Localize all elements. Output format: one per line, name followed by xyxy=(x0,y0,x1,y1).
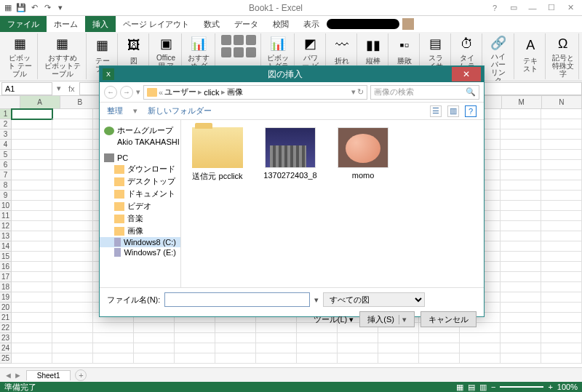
col-header[interactable]: A xyxy=(20,96,60,108)
side-pictures[interactable]: 画像 xyxy=(100,225,180,237)
cell[interactable] xyxy=(338,333,378,343)
cell[interactable] xyxy=(541,282,582,292)
cell[interactable] xyxy=(501,241,541,252)
organize-button[interactable]: 整理 xyxy=(107,105,123,116)
new-folder-button[interactable]: 新しいフォルダー xyxy=(148,105,212,116)
cell[interactable] xyxy=(175,333,215,343)
cell[interactable] xyxy=(541,119,582,129)
cell[interactable] xyxy=(541,252,582,262)
view-pagebreak-icon[interactable]: ▥ xyxy=(479,383,487,392)
cell[interactable] xyxy=(215,333,256,343)
row-header[interactable]: 16 xyxy=(0,262,11,272)
cell[interactable] xyxy=(52,170,93,180)
cell[interactable] xyxy=(52,231,93,241)
cell[interactable] xyxy=(12,323,52,333)
account-picture[interactable] xyxy=(402,18,414,30)
side-user[interactable]: Akio TAKAHASHI xyxy=(100,137,180,147)
cell[interactable] xyxy=(378,353,419,364)
row-header[interactable]: 12 xyxy=(0,221,11,231)
minimize-icon[interactable]: — xyxy=(524,2,541,14)
cell[interactable] xyxy=(541,262,582,272)
cell[interactable] xyxy=(419,333,460,343)
side-drive-c[interactable]: Windows8 (C:) xyxy=(100,237,180,247)
row-header[interactable]: 19 xyxy=(0,292,11,303)
cell[interactable] xyxy=(12,109,52,119)
row-header[interactable]: 13 xyxy=(0,231,11,241)
cell[interactable] xyxy=(378,333,419,343)
cell[interactable] xyxy=(501,150,541,160)
path-seg-1[interactable]: ユーザー xyxy=(164,87,196,97)
fx-icon[interactable]: fx xyxy=(64,84,79,93)
cell[interactable] xyxy=(501,303,541,313)
zoom-in-icon[interactable]: + xyxy=(548,383,552,391)
cell[interactable] xyxy=(52,252,93,262)
name-box[interactable]: A1 xyxy=(1,82,52,95)
sheet-tab-1[interactable]: Sheet1 xyxy=(26,370,71,380)
cell[interactable] xyxy=(541,140,582,150)
cell[interactable] xyxy=(12,353,52,364)
cell[interactable] xyxy=(256,353,297,364)
cell[interactable] xyxy=(93,353,134,364)
add-sheet-button[interactable]: + xyxy=(75,369,87,381)
row-header[interactable]: 23 xyxy=(0,333,11,343)
cell[interactable] xyxy=(541,150,582,160)
view-layout-icon[interactable]: ▤ xyxy=(468,383,475,392)
tab-file[interactable]: ファイル xyxy=(0,16,47,32)
row-header[interactable]: 5 xyxy=(0,150,11,160)
cell[interactable] xyxy=(541,333,582,343)
cell[interactable] xyxy=(12,241,52,252)
cell[interactable] xyxy=(501,353,541,364)
cell[interactable] xyxy=(12,191,52,201)
row-header[interactable]: 8 xyxy=(0,180,11,191)
cell[interactable] xyxy=(52,343,93,353)
cell[interactable] xyxy=(12,313,52,323)
side-desktop[interactable]: デスクトップ xyxy=(100,175,180,188)
cell[interactable] xyxy=(12,272,52,282)
view-mode-button[interactable]: ☰ xyxy=(430,105,442,117)
file-item-folder[interactable]: 送信元 pcclick xyxy=(188,127,247,182)
cell[interactable] xyxy=(175,353,215,364)
row-header[interactable]: 1 xyxy=(0,109,11,119)
cell[interactable] xyxy=(460,343,501,353)
nav-forward-button[interactable]: → xyxy=(120,86,133,99)
cancel-button[interactable]: キャンセル xyxy=(420,311,477,327)
cell[interactable] xyxy=(52,160,93,170)
cell[interactable] xyxy=(52,211,93,221)
cell[interactable] xyxy=(501,231,541,241)
cell[interactable] xyxy=(541,129,582,140)
row-header[interactable]: 2 xyxy=(0,119,11,129)
cell[interactable] xyxy=(12,231,52,241)
side-homegroup[interactable]: ホームグループ xyxy=(100,124,180,137)
dialog-titlebar[interactable]: X 図の挿入 ✕ xyxy=(100,66,484,82)
cell[interactable] xyxy=(501,211,541,221)
cell[interactable] xyxy=(501,221,541,231)
cell[interactable] xyxy=(215,343,256,353)
tab-view[interactable]: 表示 xyxy=(296,16,327,32)
cell[interactable] xyxy=(460,353,501,364)
cell[interactable] xyxy=(175,343,215,353)
tab-home[interactable]: ホーム xyxy=(47,16,85,32)
cell[interactable] xyxy=(52,353,93,364)
ribbon-hyperlink[interactable]: 🔗ハイパーリンク xyxy=(484,33,515,79)
cell[interactable] xyxy=(378,343,419,353)
cell[interactable] xyxy=(541,353,582,364)
preview-pane-button[interactable]: ▥ xyxy=(447,105,459,117)
cell[interactable] xyxy=(52,180,93,191)
filetype-select[interactable]: すべての図 xyxy=(323,292,425,307)
file-item-image-1[interactable]: 1370272403_8 xyxy=(261,127,319,180)
cell[interactable] xyxy=(52,333,93,343)
cell[interactable] xyxy=(541,231,582,241)
cell[interactable] xyxy=(541,323,582,333)
cell[interactable] xyxy=(541,170,582,180)
cell[interactable] xyxy=(541,160,582,170)
ribbon-textbox[interactable]: Aテキスト xyxy=(516,33,546,79)
cell[interactable] xyxy=(52,140,93,150)
cell[interactable] xyxy=(419,353,460,364)
cell[interactable] xyxy=(12,211,52,221)
cell[interactable] xyxy=(12,343,52,353)
cell[interactable] xyxy=(419,343,460,353)
cell[interactable] xyxy=(12,282,52,292)
cell[interactable] xyxy=(52,129,93,140)
cell[interactable] xyxy=(52,191,93,201)
cell[interactable] xyxy=(134,333,175,343)
